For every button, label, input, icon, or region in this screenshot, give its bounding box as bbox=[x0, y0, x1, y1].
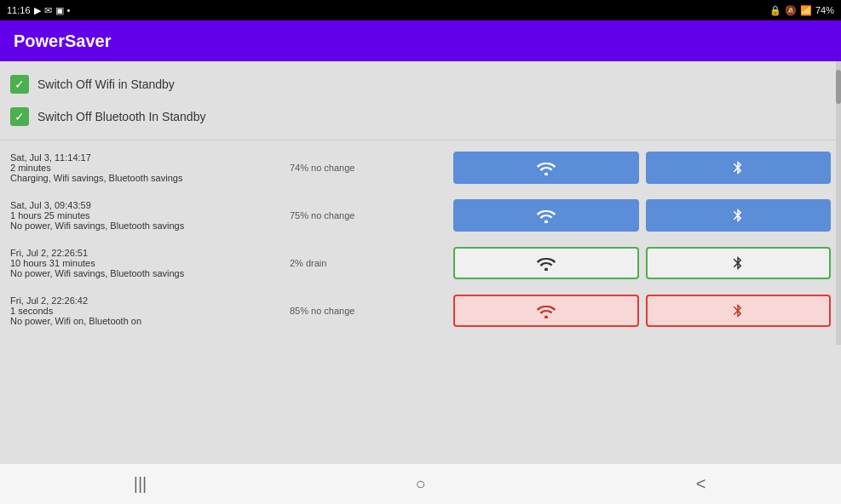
main-content: ✓ Switch Off Wifi in Standby ✓ Switch Of… bbox=[0, 61, 841, 463]
wifi-standby-label: Switch Off Wifi in Standby bbox=[37, 77, 175, 91]
log-buttons-2 bbox=[453, 247, 831, 279]
checkbox-section: ✓ Switch Off Wifi in Standby ✓ Switch Of… bbox=[0, 61, 841, 140]
wifi-btn-1[interactable] bbox=[453, 199, 639, 232]
wifi-standby-row[interactable]: ✓ Switch Off Wifi in Standby bbox=[10, 68, 831, 100]
log-status-3: 85% no change bbox=[283, 306, 453, 316]
log-date-2: Fri, Jul 2, 22:26:51 bbox=[10, 248, 283, 258]
wifi-standby-checkbox[interactable]: ✓ bbox=[10, 75, 29, 94]
log-desc-1: No power, Wifi savings, Bluetooth saving… bbox=[10, 220, 283, 231]
scrollbar-track[interactable] bbox=[836, 61, 841, 345]
log-duration-0: 2 minutes bbox=[10, 163, 283, 173]
home-nav-button[interactable]: ○ bbox=[395, 467, 446, 501]
status-time: 11:16 bbox=[7, 5, 31, 15]
log-desc-3: No power, Wifi on, Bluetooth on bbox=[10, 316, 283, 326]
dot-icon: • bbox=[67, 5, 71, 15]
bt-btn-3[interactable] bbox=[646, 295, 832, 327]
log-section: Sat, Jul 3, 11:14:17 2 minutes Charging,… bbox=[0, 140, 841, 345]
wifi-btn-2[interactable] bbox=[453, 247, 639, 279]
status-bar-left: 11:16 ▶ ✉ ▣ • bbox=[7, 5, 70, 16]
log-text-3: Fri, Jul 2, 22:26:42 1 seconds No power,… bbox=[10, 295, 283, 326]
log-desc-0: Charging, Wifi savings, Bluetooth saving… bbox=[10, 173, 283, 183]
log-date-0: Sat, Jul 3, 11:14:17 bbox=[10, 152, 283, 163]
log-row-3: Fri, Jul 2, 22:26:42 1 seconds No power,… bbox=[10, 290, 831, 331]
back-nav-button[interactable]: < bbox=[676, 467, 727, 501]
status-bar-right: 🔒 🔕 📶 74% bbox=[769, 5, 834, 16]
log-text-2: Fri, Jul 2, 22:26:51 10 hours 31 minutes… bbox=[10, 248, 283, 278]
content-area: ✓ Switch Off Wifi in Standby ✓ Switch Of… bbox=[0, 61, 841, 345]
bt-standby-row[interactable]: ✓ Switch Off Bluetooth In Standby bbox=[10, 100, 831, 133]
menu-nav-button[interactable]: ||| bbox=[115, 467, 166, 501]
app-bar: PowerSaver bbox=[0, 20, 841, 61]
log-buttons-1 bbox=[453, 199, 831, 232]
log-date-1: Sat, Jul 3, 09:43:59 bbox=[10, 200, 283, 210]
play-icon: ▶ bbox=[34, 5, 41, 16]
bottom-nav: ||| ○ < bbox=[0, 463, 841, 504]
bt-standby-checkbox[interactable]: ✓ bbox=[10, 107, 29, 126]
back-icon: < bbox=[696, 474, 706, 494]
log-duration-2: 10 hours 31 minutes bbox=[10, 258, 283, 268]
mute-icon: 🔕 bbox=[785, 5, 797, 16]
log-row-2: Fri, Jul 2, 22:26:51 10 hours 31 minutes… bbox=[10, 243, 831, 284]
email-icon: ✉ bbox=[44, 5, 52, 16]
log-buttons-0 bbox=[453, 152, 831, 184]
app-title: PowerSaver bbox=[14, 32, 112, 51]
scrollbar-thumb[interactable] bbox=[836, 70, 841, 104]
menu-icon: ||| bbox=[134, 474, 147, 494]
video-icon: ▣ bbox=[55, 5, 64, 16]
log-status-1: 75% no change bbox=[283, 210, 453, 220]
log-desc-2: No power, Wifi savings, Bluetooth saving… bbox=[10, 268, 283, 278]
home-icon: ○ bbox=[415, 474, 425, 494]
bt-btn-1[interactable] bbox=[646, 199, 832, 232]
log-row-0: Sat, Jul 3, 11:14:17 2 minutes Charging,… bbox=[10, 147, 831, 188]
bt-btn-2[interactable] bbox=[646, 247, 832, 279]
log-duration-3: 1 seconds bbox=[10, 306, 283, 316]
status-bar: 11:16 ▶ ✉ ▣ • 🔒 🔕 📶 74% bbox=[0, 0, 841, 20]
log-row-1: Sat, Jul 3, 09:43:59 1 hours 25 minutes … bbox=[10, 195, 831, 236]
log-status-2: 2% drain bbox=[283, 258, 453, 268]
lock-icon: 🔒 bbox=[769, 5, 781, 16]
log-text-0: Sat, Jul 3, 11:14:17 2 minutes Charging,… bbox=[10, 152, 283, 183]
bt-btn-0[interactable] bbox=[646, 152, 832, 184]
wifi-btn-0[interactable] bbox=[453, 152, 639, 184]
log-text-1: Sat, Jul 3, 09:43:59 1 hours 25 minutes … bbox=[10, 200, 283, 231]
log-status-0: 74% no change bbox=[283, 163, 453, 173]
log-buttons-3 bbox=[453, 295, 831, 327]
log-duration-1: 1 hours 25 minutes bbox=[10, 210, 283, 220]
log-date-3: Fri, Jul 2, 22:26:42 bbox=[10, 295, 283, 306]
wifi-btn-3[interactable] bbox=[453, 295, 639, 327]
bt-standby-label: Switch Off Bluetooth In Standby bbox=[37, 110, 205, 123]
wifi-status-icon: 📶 bbox=[800, 5, 812, 16]
battery-status: 74% bbox=[815, 5, 834, 15]
